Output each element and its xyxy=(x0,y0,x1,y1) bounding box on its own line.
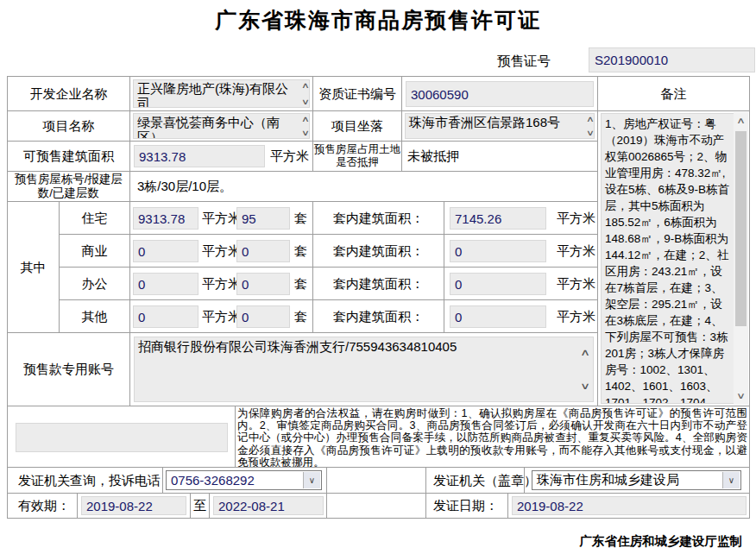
scroll-down-icon[interactable]: ∨ xyxy=(583,129,598,137)
scroll-up-icon[interactable]: ∧ xyxy=(583,115,598,123)
validity-to-input[interactable]: 2022-08-21 xyxy=(213,496,324,515)
agency-select[interactable]: 珠海市住房和城乡建设局 ∨ xyxy=(532,470,741,490)
inner-area-label: 套内建筑面积： xyxy=(312,267,444,299)
breakdown-right-cell: 0 平方米 xyxy=(444,299,597,332)
inner-area-input[interactable]: 7145.26 xyxy=(450,207,546,230)
breakdown-right-cell: 0 平方米 xyxy=(444,234,597,267)
validity-to-cell: 2022-08-21 xyxy=(209,493,326,518)
buildings-cell: 3栋/30层/10层。 xyxy=(129,171,597,201)
developer-label: 开发企业名称 xyxy=(7,76,129,110)
phone-select-value: 0756-3268292 xyxy=(171,473,255,488)
validity-to-label: 至 xyxy=(190,493,209,518)
scroll-down-icon[interactable]: ∨ xyxy=(730,389,753,403)
scroll-up-icon[interactable]: ∧ xyxy=(730,114,753,128)
validity-label: 有效期： xyxy=(18,498,70,514)
inner-area-input[interactable]: 0 xyxy=(450,273,546,295)
breakdown-right-cell: 7145.26 平方米 xyxy=(444,201,597,234)
validity-from-cell: 2019-08-22 xyxy=(77,493,190,518)
page-title: 广东省珠海市商品房预售许可证 xyxy=(0,6,756,35)
buildings-label: 预售房屋栋号/报建层数/已建层数 xyxy=(7,171,129,201)
remark-cell: 1、房地产权证号：粤（2019）珠海市不动产权第0026865号；2、物业管理用… xyxy=(597,110,749,406)
empty-cell xyxy=(326,493,425,518)
count-unit: 套 xyxy=(294,242,307,259)
permit-table: 开发企业名称 正兴隆房地产(珠海)有限公司 ∧ ∨ 资质证书编号 3006059… xyxy=(7,76,750,519)
inner-area-input[interactable]: 0 xyxy=(450,240,546,262)
presale-permit-page: 广东省珠海市商品房预售许可证 预售证号 S201900010 开发企业名称 正兴… xyxy=(0,0,756,554)
developer-textarea[interactable]: 正兴隆房地产(珠海)有限公司 xyxy=(133,79,310,108)
phone-label-cell: 发证机关查询，投诉电话： xyxy=(7,467,162,493)
issue-date-input[interactable]: 2019-08-22 xyxy=(512,496,747,515)
inner-area-input[interactable]: 0 xyxy=(450,305,546,328)
presale-area-input[interactable]: 9313.78 xyxy=(134,145,265,167)
category-label: 办公 xyxy=(59,267,129,299)
agency-select-value: 珠海市住房和城乡建设局 xyxy=(537,472,679,488)
issue-date-cell: 2019-08-22 xyxy=(507,493,749,518)
area-input[interactable]: 0 xyxy=(133,305,198,328)
area-input[interactable]: 0 xyxy=(133,273,198,295)
remark-textarea[interactable]: 1、房地产权证号：粤（2019）珠海市不动产权第0026865号；2、物业管理用… xyxy=(601,113,747,404)
presale-area-label: 可预售建筑面积 xyxy=(7,141,129,171)
scrollbar-thumb[interactable] xyxy=(735,131,747,326)
breakdown-group-label: 其中 xyxy=(7,201,59,332)
qualification-label: 资质证书编号 xyxy=(312,76,401,110)
area-unit: 平方米 xyxy=(202,275,241,292)
agency-label-cell: 发证机关（盖章） xyxy=(425,467,524,493)
permit-no-input[interactable]: S201900010 xyxy=(589,47,755,72)
developer-cell: 正兴隆房地产(珠海)有限公司 ∧ ∨ xyxy=(129,76,312,110)
scroll-up-icon[interactable]: ∧ xyxy=(298,115,313,123)
mortgaged-cell: 未被抵押 xyxy=(401,141,597,171)
project-name-textarea[interactable]: 绿景喜悦荟商务中心（南区） xyxy=(133,113,310,139)
breakdown-right-cell: 0 平方米 xyxy=(444,267,597,299)
category-label: 住宅 xyxy=(59,201,129,234)
validity-from-input[interactable]: 2019-08-22 xyxy=(81,496,186,515)
breakdown-left-cell: 9313.78 平方米 95 套 xyxy=(129,201,312,234)
empty-input[interactable] xyxy=(16,423,228,452)
inner-area-label: 套内建筑面积： xyxy=(312,234,444,267)
scroll-up-icon[interactable]: ∧ xyxy=(577,347,593,358)
buildings-value: 3栋/30层/10层。 xyxy=(137,179,232,195)
count-unit: 套 xyxy=(294,308,307,324)
qualification-input[interactable]: 30060590 xyxy=(406,81,594,107)
count-input[interactable]: 0 xyxy=(236,240,290,262)
presale-area-cell: 9313.78 平方米 xyxy=(129,141,312,171)
dropdown-arrow-icon[interactable]: ∨ xyxy=(722,472,740,488)
location-textarea[interactable]: 珠海市香洲区信景路168号 xyxy=(405,113,595,139)
permit-no-label: 预售证号 xyxy=(497,53,551,71)
scroll-down-icon[interactable]: ∨ xyxy=(577,381,593,392)
location-label: 项目坐落 xyxy=(312,110,401,141)
location-cell: 珠海市香洲区信景路168号 ∧ ∨ xyxy=(401,110,597,141)
inner-area-unit: 平方米 xyxy=(557,275,595,292)
account-cell: 招商银行股份有限公司珠海香洲支行/755943634810405 ∧ ∨ xyxy=(129,332,597,406)
breakdown-left-cell: 0 平方米 0 套 xyxy=(129,267,312,299)
agency-cell: 珠海市住房和城乡建设局 ∨ xyxy=(524,467,749,493)
count-unit: 套 xyxy=(294,275,307,292)
account-textarea[interactable]: 招商银行股份有限公司珠海香洲支行/755943634810405 xyxy=(134,337,594,402)
scroll-up-icon[interactable]: ∧ xyxy=(298,81,313,90)
phone-select[interactable]: 0756-3268292 ∨ xyxy=(166,470,322,490)
qualification-cell: 30060590 xyxy=(401,76,597,110)
inner-area-unit: 平方米 xyxy=(557,308,595,324)
area-unit: 平方米 xyxy=(202,210,241,226)
remark-scrollbar[interactable]: ∧ ∨ xyxy=(734,112,748,405)
inner-area-label: 套内建筑面积： xyxy=(312,201,444,234)
project-name-label: 项目名称 xyxy=(7,110,129,141)
account-label: 预售款专用账号 xyxy=(7,332,129,406)
agency-label: 发证机关（盖章） xyxy=(433,472,537,488)
area-unit: 平方米 xyxy=(202,242,241,259)
empty-cell xyxy=(326,467,425,493)
scroll-down-icon[interactable]: ∨ xyxy=(298,98,313,106)
supervisor-text: 广东省住房和城乡建设厅监制 xyxy=(580,533,743,550)
issue-date-label: 发证日期： xyxy=(433,498,498,514)
presale-area-unit: 平方米 xyxy=(270,148,309,165)
category-label: 商业 xyxy=(59,234,129,267)
dropdown-arrow-icon[interactable]: ∨ xyxy=(303,472,320,488)
mortgaged-value: 未被抵押 xyxy=(407,148,459,165)
area-input[interactable]: 0 xyxy=(133,240,198,262)
area-input[interactable]: 9313.78 xyxy=(133,207,198,230)
count-input[interactable]: 95 xyxy=(236,207,290,230)
count-unit: 套 xyxy=(294,210,307,226)
scroll-down-icon[interactable]: ∨ xyxy=(298,129,313,137)
category-label: 其他 xyxy=(59,299,129,332)
count-input[interactable]: 0 xyxy=(236,273,290,295)
count-input[interactable]: 0 xyxy=(236,305,290,328)
